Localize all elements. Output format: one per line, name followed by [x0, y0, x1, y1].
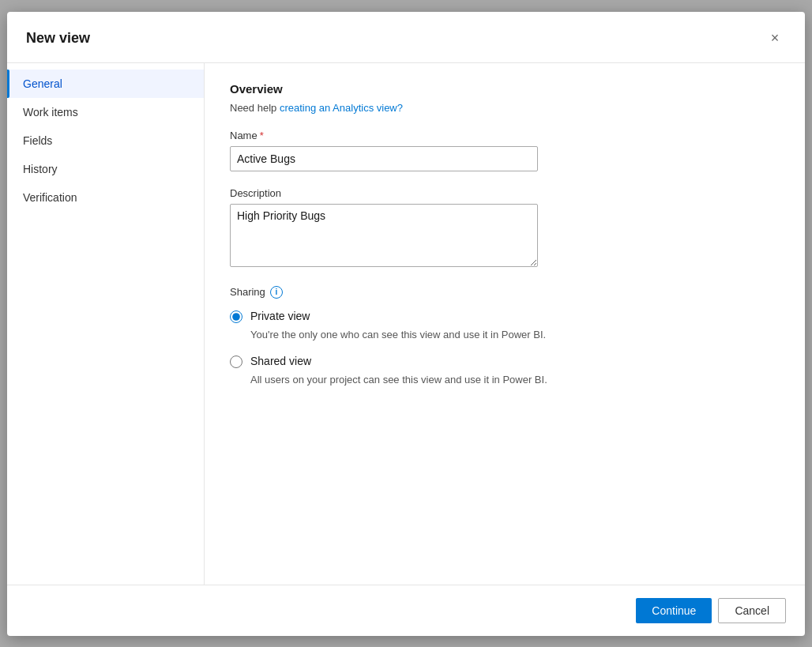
dialog-footer: Continue Cancel — [7, 585, 805, 636]
shared-view-option: Shared view — [230, 355, 780, 368]
sidebar-item-verification-label: Verification — [23, 191, 77, 204]
new-view-dialog: New view × General Work items Fields His… — [7, 12, 805, 636]
content-area: Overview Need help creating an Analytics… — [205, 63, 805, 585]
name-input[interactable] — [230, 146, 538, 171]
dialog-title: New view — [26, 30, 90, 47]
name-field-group: Name* — [230, 130, 780, 171]
cancel-button[interactable]: Cancel — [718, 598, 786, 623]
private-view-label[interactable]: Private view — [250, 310, 310, 322]
shared-view-description: All users on your project can see this v… — [250, 373, 780, 387]
info-icon[interactable]: i — [270, 286, 283, 299]
description-textarea[interactable]: High Priority Bugs — [230, 204, 538, 267]
sidebar-item-work-items[interactable]: Work items — [7, 98, 204, 126]
help-text-prefix: Need help — [230, 102, 280, 114]
required-star: * — [260, 130, 264, 141]
dialog-header: New view × — [7, 12, 805, 63]
private-view-radio[interactable] — [230, 310, 242, 323]
shared-view-label[interactable]: Shared view — [250, 355, 311, 367]
sidebar-item-verification[interactable]: Verification — [7, 183, 204, 212]
sidebar-item-fields[interactable]: Fields — [7, 126, 204, 155]
private-view-description: You're the only one who can see this vie… — [250, 328, 780, 342]
section-title: Overview — [230, 82, 780, 96]
sidebar-item-general[interactable]: General — [7, 70, 204, 98]
sidebar: General Work items Fields History Verifi… — [7, 63, 205, 585]
help-link[interactable]: creating an Analytics view? — [280, 102, 403, 114]
close-button[interactable]: × — [764, 28, 786, 50]
shared-view-radio[interactable] — [230, 355, 242, 368]
description-label: Description — [230, 187, 780, 199]
name-label: Name* — [230, 130, 780, 141]
sidebar-item-general-label: General — [23, 77, 62, 90]
sharing-header: Sharing i — [230, 286, 780, 299]
sidebar-item-fields-label: Fields — [23, 134, 52, 147]
sidebar-item-history-label: History — [23, 163, 58, 175]
sidebar-item-work-items-label: Work items — [23, 106, 78, 118]
overview-section: Overview Need help creating an Analytics… — [230, 82, 780, 114]
sidebar-item-history[interactable]: History — [7, 155, 204, 183]
dialog-overlay: New view × General Work items Fields His… — [0, 0, 812, 647]
dialog-body: General Work items Fields History Verifi… — [7, 63, 805, 585]
sharing-label: Sharing — [230, 286, 265, 298]
help-text: Need help creating an Analytics view? — [230, 102, 780, 114]
private-view-option: Private view — [230, 310, 780, 323]
continue-button[interactable]: Continue — [636, 598, 712, 623]
sharing-section: Sharing i Private view You're the only o… — [230, 286, 780, 387]
description-field-group: Description High Priority Bugs — [230, 187, 780, 270]
